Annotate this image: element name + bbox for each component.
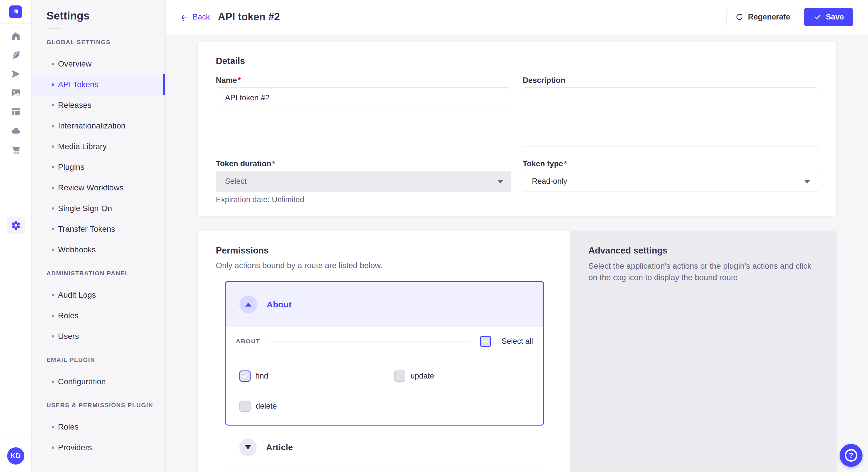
about-section-row: ABOUT Select all bbox=[236, 327, 533, 356]
sidebar-item-configuration[interactable]: Configuration bbox=[32, 371, 165, 392]
icon-rail: KD bbox=[0, 0, 32, 472]
chevron-up-button[interactable] bbox=[239, 296, 257, 313]
delete-checkbox[interactable] bbox=[239, 401, 251, 412]
token-duration-value: Select bbox=[225, 177, 247, 186]
select-all-control[interactable]: Select all bbox=[480, 336, 533, 347]
section-label-global-settings: GLOBAL SETTINGS bbox=[46, 39, 165, 45]
accordion-article-title: Article bbox=[266, 442, 293, 452]
token-type-select[interactable]: Read-only bbox=[523, 171, 818, 192]
global-settings-list: Overview API Tokens Releases Internation… bbox=[32, 54, 165, 260]
sidebar-item-transfer-tokens[interactable]: Transfer Tokens bbox=[32, 219, 165, 239]
chevron-down-icon bbox=[245, 445, 251, 449]
save-button[interactable]: Save bbox=[804, 8, 854, 26]
chevron-down-button[interactable] bbox=[239, 439, 257, 456]
expiration-hint: Expiration date: Unlimited bbox=[216, 195, 511, 204]
sidebar-item-admin-roles[interactable]: Roles bbox=[32, 305, 165, 326]
save-label: Save bbox=[826, 12, 844, 22]
sidebar-item-releases[interactable]: Releases bbox=[32, 95, 165, 115]
avatar[interactable]: KD bbox=[7, 447, 24, 465]
delete-label: delete bbox=[256, 402, 277, 411]
gear-icon-active[interactable] bbox=[7, 216, 25, 234]
rail-nav bbox=[0, 24, 31, 234]
description-field-group: Description bbox=[523, 75, 818, 148]
users-permissions-list: Roles Providers bbox=[32, 417, 165, 458]
action-delete[interactable]: delete bbox=[239, 401, 394, 412]
token-type-label: Token type* bbox=[523, 159, 818, 169]
name-label: Name* bbox=[216, 75, 511, 85]
section-label-email-plugin: EMAIL PLUGIN bbox=[46, 357, 165, 363]
administration-panel-list: Audit Logs Roles Users bbox=[32, 285, 165, 347]
chevron-up-icon bbox=[245, 303, 251, 307]
description-label: Description bbox=[523, 75, 818, 85]
details-card: Details Name* Description Token duration… bbox=[198, 42, 836, 216]
chevron-down-icon bbox=[497, 180, 503, 183]
back-arrow-icon bbox=[181, 13, 189, 21]
cloud-icon[interactable] bbox=[0, 121, 32, 140]
page-header: Back API token #2 Regenerate Save bbox=[166, 0, 868, 34]
regenerate-button[interactable]: Regenerate bbox=[726, 8, 799, 26]
about-section-label: ABOUT bbox=[236, 338, 260, 345]
sidebar-item-overview[interactable]: Overview bbox=[32, 54, 165, 74]
action-find[interactable]: find bbox=[239, 370, 394, 382]
email-plugin-list: Configuration bbox=[32, 371, 165, 392]
sidebar-item-up-roles[interactable]: Roles bbox=[32, 417, 165, 437]
token-type-value: Read-only bbox=[532, 177, 567, 186]
sidebar-item-providers[interactable]: Providers bbox=[32, 437, 165, 458]
name-field-group: Name* bbox=[216, 75, 511, 148]
feather-icon[interactable] bbox=[0, 45, 32, 65]
duration-field-group: Token duration* Select Expiration date: … bbox=[216, 159, 511, 204]
accordion-about-body: ABOUT Select all find bbox=[226, 327, 544, 425]
details-title: Details bbox=[216, 55, 818, 67]
about-actions-grid: find update delete bbox=[239, 370, 533, 412]
section-label-users-permissions-plugin: USERS & PERMISSIONS PLUGIN bbox=[46, 402, 165, 409]
accordion-article-header[interactable]: Article bbox=[225, 426, 544, 469]
sidebar-item-review-workflows[interactable]: Review Workflows bbox=[32, 177, 165, 198]
find-label: find bbox=[256, 372, 268, 380]
sidebar-item-api-tokens[interactable]: API Tokens bbox=[32, 74, 165, 95]
find-checkbox[interactable] bbox=[239, 370, 251, 382]
check-icon bbox=[813, 13, 822, 21]
name-input[interactable] bbox=[216, 88, 511, 108]
description-textarea[interactable] bbox=[523, 88, 818, 147]
cart-icon[interactable] bbox=[0, 140, 32, 159]
strapi-logo-icon bbox=[11, 7, 20, 16]
page-title: API token #2 bbox=[218, 11, 280, 23]
home-icon[interactable] bbox=[0, 27, 32, 45]
sidebar-item-internationalization[interactable]: Internationalization bbox=[32, 115, 165, 136]
help-icon: ? bbox=[845, 449, 857, 462]
sidebar-item-audit-logs[interactable]: Audit Logs bbox=[32, 285, 165, 305]
advanced-settings-panel: Advanced settings Select the application… bbox=[570, 231, 836, 472]
action-update[interactable]: update bbox=[394, 370, 533, 382]
permissions-subtitle: Only actions bound by a route are listed… bbox=[216, 260, 552, 271]
accordion-about-header[interactable]: About bbox=[226, 282, 544, 327]
help-button[interactable]: ? bbox=[840, 444, 863, 467]
select-all-checkbox[interactable] bbox=[480, 336, 491, 347]
select-all-label: Select all bbox=[501, 337, 533, 346]
rail-bottom: KD bbox=[0, 440, 31, 472]
type-field-group: Token type* Read-only bbox=[523, 159, 818, 204]
sidebar-item-plugins[interactable]: Plugins bbox=[32, 157, 165, 177]
layout-icon[interactable] bbox=[0, 102, 32, 121]
page-content: Details Name* Description Token duration… bbox=[166, 34, 868, 472]
media-icon[interactable] bbox=[0, 83, 32, 102]
sidebar-item-single-sign-on[interactable]: Single Sign-On bbox=[32, 198, 165, 219]
token-duration-select[interactable]: Select bbox=[216, 171, 511, 192]
details-form: Name* Description Token duration* Select… bbox=[216, 75, 818, 204]
sidebar-item-webhooks[interactable]: Webhooks bbox=[32, 239, 165, 260]
chevron-down-icon bbox=[804, 180, 810, 183]
advanced-settings-title: Advanced settings bbox=[588, 245, 818, 256]
required-asterisk: * bbox=[238, 76, 241, 85]
sidebar-item-media-library[interactable]: Media Library bbox=[32, 136, 165, 157]
permissions-card: Permissions Only actions bound by a rout… bbox=[198, 231, 836, 472]
sidebar-title: Settings bbox=[46, 10, 165, 22]
advanced-settings-text: Select the application's actions or the … bbox=[588, 260, 818, 283]
paper-plane-icon[interactable] bbox=[0, 65, 32, 83]
rail-logo-area bbox=[0, 0, 31, 24]
back-link[interactable]: Back bbox=[181, 12, 210, 22]
accordion-about: About ABOUT Select all bbox=[225, 281, 544, 426]
sidebar-item-users[interactable]: Users bbox=[32, 326, 165, 347]
update-checkbox[interactable] bbox=[394, 370, 405, 382]
permissions-accordions: About ABOUT Select all bbox=[225, 281, 544, 469]
strapi-logo[interactable] bbox=[9, 5, 22, 19]
section-label-administration-panel: ADMINISTRATION PANEL bbox=[46, 270, 165, 277]
